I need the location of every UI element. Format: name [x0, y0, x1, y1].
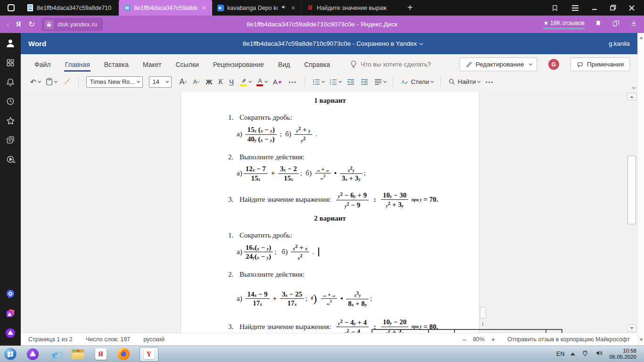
collapse-ribbon-icon[interactable] — [632, 85, 636, 89]
underline-button[interactable]: Ч — [229, 78, 234, 86]
ribbon-tab-references[interactable]: Ссылки — [168, 56, 206, 74]
services-grid-icon[interactable] — [5, 58, 16, 68]
browser-tab-2-active[interactable]: w 8e1ffb4daca347c59a8de ✕ — [119, 0, 212, 16]
taskbar-firefox-icon[interactable] — [117, 348, 130, 361]
clear-formatting-button[interactable]: А — [273, 78, 282, 86]
taskbar-ie-icon[interactable]: e — [49, 348, 62, 361]
history-clock-icon[interactable] — [5, 96, 16, 107]
numbered-list-button[interactable]: 123 — [330, 79, 341, 85]
back-icon[interactable]: ‹ — [7, 20, 9, 29]
font-name-select[interactable]: Times New Ro... — [86, 76, 143, 88]
scroll-up-icon[interactable] — [639, 36, 643, 39]
refresh-icon[interactable]: ↻ — [29, 20, 35, 29]
profile-icon[interactable] — [5, 38, 16, 49]
menu-icon[interactable] — [571, 5, 579, 11]
bold-button[interactable]: Ж — [206, 78, 212, 86]
ribbon-tab-insert[interactable]: Вставка — [97, 56, 136, 74]
highlight-button[interactable] — [240, 78, 251, 86]
taskbar-alice-icon[interactable] — [26, 348, 39, 361]
comments-button[interactable]: Примечания — [570, 58, 630, 71]
ribbon-tab-home[interactable]: Главная — [58, 56, 97, 74]
start-button[interactable] — [4, 348, 17, 361]
keyboard-language[interactable]: EN — [556, 351, 564, 357]
power-plug-icon[interactable] — [581, 349, 589, 359]
editing-mode-button[interactable]: Редактирование — [460, 58, 537, 71]
scroll-down-button[interactable] — [627, 324, 636, 332]
format-painter-button[interactable] — [63, 78, 71, 86]
fraction: y2 − 4y + 4y2 − 4 — [336, 317, 369, 333]
notifications-bell-icon[interactable] — [5, 77, 16, 87]
more-options-icon[interactable]: ••• — [289, 79, 297, 85]
browser-tab-4[interactable]: Я Найдите значение выраж — [302, 0, 400, 16]
taskbar-explorer-icon[interactable] — [72, 348, 84, 361]
yandex-browser-logo[interactable]: Я — [16, 20, 21, 28]
tell-me-search[interactable]: Что вы хотите сделать? — [350, 60, 431, 68]
bookmark-flag-icon[interactable] — [551, 4, 559, 12]
close-icon[interactable] — [629, 5, 635, 11]
font-color-button[interactable]: А — [256, 78, 267, 86]
scroll-down-icon[interactable] — [639, 338, 643, 341]
tray-expand-icon[interactable] — [570, 353, 575, 355]
new-tab-button[interactable]: + — [400, 0, 421, 16]
minimize-icon[interactable] — [592, 5, 597, 11]
increase-indent-button[interactable] — [361, 79, 368, 85]
user-name: g.kanila — [609, 40, 630, 47]
ribbon-tab-file[interactable]: Файл — [27, 56, 58, 74]
taskbar-yandex-browser-active[interactable]: Y — [140, 348, 158, 361]
collections-icon[interactable] — [612, 20, 620, 29]
scroll-up-button[interactable] — [627, 93, 636, 100]
chevron-down-icon — [55, 80, 58, 82]
ribbon-tab-review[interactable]: Рецензирование — [206, 56, 271, 74]
tab-overview-button[interactable] — [0, 0, 22, 16]
clock[interactable]: 10:58 06.05.2020 — [609, 348, 636, 360]
bookmark-icon[interactable] — [595, 20, 602, 29]
tab-audio-icon[interactable] — [281, 4, 287, 11]
alice-assistant-icon[interactable] — [5, 328, 16, 338]
zoom-out-button[interactable]: – — [462, 336, 466, 343]
tab-close-icon[interactable]: ✕ — [201, 5, 207, 11]
decrease-indent-button[interactable] — [347, 79, 355, 85]
browser-tab-3[interactable]: ▶ kavabanga Depo koli ✕ — [212, 0, 302, 16]
language[interactable]: русский — [143, 336, 165, 343]
document-scrollbar[interactable] — [627, 93, 636, 332]
ribbon-tab-help[interactable]: Справка — [297, 56, 337, 74]
font-size-select[interactable]: 14 — [149, 76, 172, 88]
tab-close-icon[interactable]: ✕ — [290, 5, 297, 11]
document-page[interactable]: 1 вариант1.Сократить дробь:а) 15x (x − y… — [181, 92, 479, 333]
favorites-star-icon[interactable] — [5, 115, 16, 126]
volume-icon[interactable] — [595, 349, 603, 359]
download-icon[interactable] — [630, 20, 637, 29]
shrink-font-button[interactable]: А ˅ — [193, 78, 200, 85]
feed-icon[interactable] — [5, 135, 16, 145]
bullet-list-button[interactable] — [313, 79, 324, 85]
browser-tab-1[interactable]: 8e1ffb4daca347c59a8de710 — [22, 0, 119, 16]
word-count[interactable]: Число слов: 197 — [86, 336, 131, 343]
browser-page-scrollbar[interactable] — [637, 33, 644, 346]
page-count[interactable]: Страница 1 из 2 — [28, 336, 73, 343]
grow-font-button[interactable]: А ˄ — [180, 78, 187, 86]
zoom-in-button[interactable]: + — [491, 336, 495, 343]
find-button[interactable]: Найти — [448, 78, 479, 85]
url-input[interactable]: disk.yandex.ru — [41, 18, 103, 31]
reviews-badge[interactable]: ★ 18K отзывов — [543, 19, 585, 29]
restore-icon[interactable] — [610, 5, 616, 11]
scrollbar-thumb[interactable] — [627, 156, 636, 224]
taskbar-yandex-search-icon[interactable]: Я — [94, 348, 107, 361]
paste-button[interactable] — [46, 78, 57, 86]
zoom-level[interactable]: 80% — [473, 336, 485, 343]
user-avatar[interactable]: G — [548, 59, 559, 70]
more-commands-icon[interactable]: ••• — [486, 79, 494, 85]
styles-button[interactable]: А Стили — [401, 78, 432, 86]
ribbon-tab-layout[interactable]: Макет — [136, 56, 169, 74]
undo-button[interactable]: ↶ — [30, 78, 40, 86]
comment-marker[interactable] — [480, 307, 486, 319]
content: Word 8e1ffb4daca347c59a8de710c9073c0e - … — [21, 33, 644, 346]
paragraph-alignment-button[interactable] — [374, 79, 386, 85]
window-controls — [551, 0, 644, 16]
messenger-icon[interactable] — [5, 289, 16, 299]
italic-button[interactable]: К — [218, 78, 223, 86]
feedback-link[interactable]: Отправить отзыв в корпорацию Майкрософт — [507, 336, 630, 343]
collections-cards-icon[interactable] — [5, 308, 16, 319]
media-player-icon[interactable] — [5, 154, 16, 165]
ribbon-tab-view[interactable]: Вид — [271, 56, 297, 74]
